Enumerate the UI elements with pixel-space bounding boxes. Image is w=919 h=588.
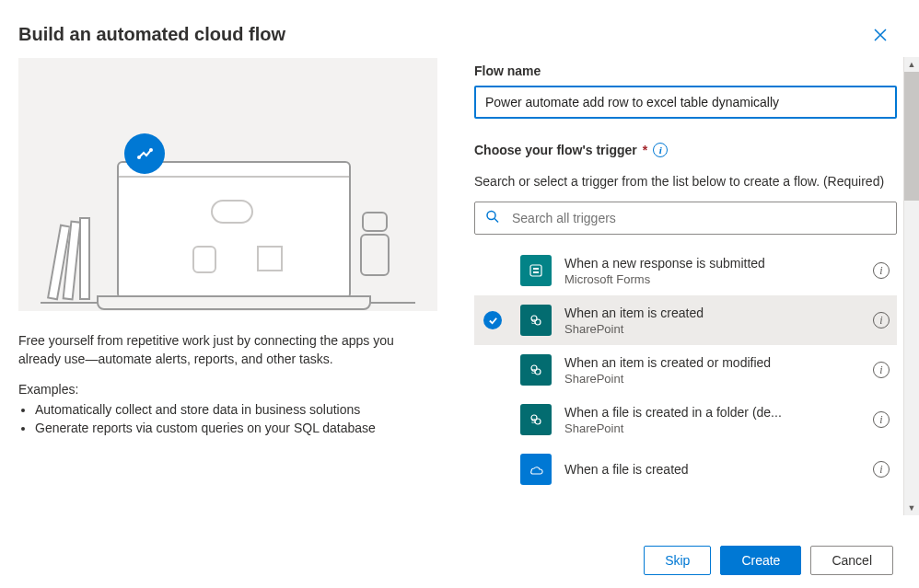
illustration	[18, 58, 437, 311]
trigger-service: SharePoint	[564, 322, 860, 336]
left-panel: Free yourself from repetitive work just …	[18, 58, 437, 533]
svg-text:S: S	[531, 318, 536, 325]
trigger-radio[interactable]	[478, 311, 507, 329]
trigger-row-sharepoint-created[interactable]: S When an item is created SharePoint i	[474, 295, 897, 345]
example-item: Automatically collect and store data in …	[35, 400, 437, 419]
close-icon	[873, 28, 888, 42]
example-item: Generate reports via custom queries on y…	[35, 419, 437, 437]
svg-rect-5	[533, 268, 539, 270]
required-asterisk: *	[643, 143, 647, 157]
search-icon	[485, 210, 500, 227]
sharepoint-icon: S	[520, 305, 552, 336]
search-input[interactable]	[474, 202, 897, 235]
scroll-thumb[interactable]	[904, 72, 919, 201]
trigger-service: SharePoint	[564, 421, 860, 435]
svg-point-0	[137, 156, 141, 159]
dialog-title: Build an automated cloud flow	[18, 24, 285, 45]
svg-point-11	[535, 369, 541, 375]
trigger-service: Microsoft Forms	[564, 272, 860, 286]
svg-text:S: S	[531, 368, 536, 375]
trigger-service: SharePoint	[564, 372, 860, 386]
description-text: Free yourself from repetitive work just …	[18, 331, 437, 369]
examples-heading: Examples:	[18, 382, 437, 397]
svg-rect-6	[533, 271, 539, 273]
svg-rect-4	[530, 265, 541, 276]
right-panel: Flow name Choose your flow's trigger * i…	[474, 58, 901, 533]
trigger-title: When an item is created	[564, 306, 860, 320]
trigger-row-onedrive-file[interactable]: When a file is created i	[474, 444, 897, 485]
dialog: Build an automated cloud flow	[0, 0, 919, 588]
close-button[interactable]	[869, 24, 891, 49]
cancel-button[interactable]: Cancel	[810, 546, 893, 575]
flowname-label: Flow name	[474, 63, 897, 78]
examples-list: Automatically collect and store data in …	[18, 400, 437, 438]
sharepoint-icon: S	[520, 404, 552, 435]
sharepoint-icon: S	[520, 354, 552, 386]
info-icon[interactable]: i	[873, 362, 890, 378]
dialog-header: Build an automated cloud flow	[0, 0, 919, 58]
scroll-down-arrow-icon[interactable]: ▼	[904, 501, 919, 515]
info-icon[interactable]: i	[873, 262, 890, 279]
forms-icon	[520, 255, 552, 286]
create-button[interactable]: Create	[720, 546, 801, 575]
info-icon[interactable]: i	[653, 143, 668, 157]
trigger-help-text: Search or select a trigger from the list…	[474, 174, 897, 189]
flow-node-icon	[124, 133, 165, 174]
svg-point-14	[535, 419, 541, 424]
dialog-body: Free yourself from repetitive work just …	[0, 58, 919, 533]
svg-point-2	[487, 212, 495, 220]
svg-point-1	[149, 148, 153, 152]
trigger-row-sharepoint-file-folder[interactable]: S When a file is created in a folder (de…	[474, 395, 897, 444]
info-icon[interactable]: i	[873, 461, 890, 478]
search-wrap	[474, 202, 897, 235]
info-icon[interactable]: i	[873, 312, 890, 329]
flowname-input[interactable]	[474, 86, 897, 119]
svg-point-8	[535, 319, 541, 325]
trigger-title: When an item is created or modified	[564, 355, 860, 370]
trigger-label: Choose your flow's trigger * i	[474, 143, 897, 157]
trigger-title: When a new response is submitted	[564, 256, 860, 271]
trigger-row-forms[interactable]: When a new response is submitted Microso…	[474, 246, 897, 295]
checkmark-icon	[483, 311, 502, 329]
onedrive-icon	[520, 454, 552, 485]
trigger-row-sharepoint-modified[interactable]: S When an item is created or modified Sh…	[474, 345, 897, 395]
scroll-up-arrow-icon[interactable]: ▲	[904, 57, 919, 72]
trigger-title: When a file is created	[564, 462, 860, 477]
svg-line-3	[494, 219, 498, 223]
dialog-footer: Skip Create Cancel	[0, 533, 919, 588]
svg-text:S: S	[531, 418, 536, 424]
skip-button[interactable]: Skip	[644, 546, 711, 575]
trigger-list: When a new response is submitted Microso…	[474, 246, 897, 485]
scrollbar[interactable]: ▲ ▼	[903, 57, 919, 515]
info-icon[interactable]: i	[873, 411, 890, 428]
trigger-title: When a file is created in a folder (de..…	[564, 405, 860, 420]
